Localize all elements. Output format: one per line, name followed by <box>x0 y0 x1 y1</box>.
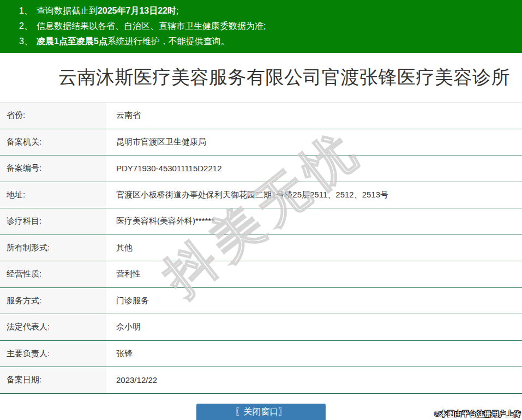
row-value: 2023/12/22 <box>106 367 522 393</box>
notice-number: 2、 <box>19 21 33 31</box>
row-label: 省份: <box>0 103 106 129</box>
table-row-province: 省份: 云南省 <box>0 103 522 129</box>
row-label: 主要负责人: <box>0 341 106 367</box>
row-value: 门诊服务 <box>106 288 522 314</box>
notice-number: 1、 <box>19 6 33 15</box>
row-value: 营利性 <box>106 261 522 287</box>
row-label: 地址: <box>0 182 106 208</box>
table-row-filing-authority: 备案机关: 昆明市官渡区卫生健康局 <box>0 129 522 156</box>
notice-line-2: 2、信息数据结果以各省、自治区、直辖市卫生健康委数据为准; <box>19 19 517 34</box>
notice-line-1: 1、查询数据截止到2025年7月13日22时; <box>19 3 517 19</box>
notice-text: 查询数据截止到 <box>37 6 98 15</box>
table-row-filing-date: 备案日期: 2023/12/22 <box>0 367 522 394</box>
row-value: 官渡区小板桥街道办事处保利天御花园二期1号楼25层2511、2512、2513号 <box>106 182 522 208</box>
notice-line-3: 3、凌晨1点至凌晨5点系统进行维护，不能提供查询。 <box>19 34 517 49</box>
row-label: 经营性质: <box>0 261 106 287</box>
table-row-operating-nature: 经营性质: 营利性 <box>0 261 522 288</box>
notice-text: ; <box>176 6 178 15</box>
row-label: 诊疗科目: <box>0 208 106 235</box>
title-section: 云南沐斯医疗美容服务有限公司官渡张锋医疗美容诊所 <box>0 53 522 102</box>
notice-text-bold: 2025年7月13日22时 <box>98 6 176 15</box>
row-label: 服务方式: <box>0 288 106 314</box>
row-label: 备案日期: <box>0 367 106 393</box>
table-row-principal: 主要负责人: 张锋 <box>0 341 522 368</box>
row-value: 云南省 <box>106 103 522 129</box>
row-value: 昆明市官渡区卫生健康局 <box>106 129 522 155</box>
table-row-service-mode: 服务方式: 门诊服务 <box>0 288 522 315</box>
notice-text-bold: 凌晨1点至凌晨5点 <box>37 37 107 46</box>
row-label: 法定代表人: <box>0 314 106 340</box>
notice-text: 系统进行维护，不能提供查询。 <box>107 37 230 46</box>
close-window-button[interactable]: 〖关闭窗口〗 <box>196 404 326 420</box>
notice-bar: 1、查询数据截止到2025年7月13日22时; 2、信息数据结果以各省、自治区、… <box>0 0 522 53</box>
table-row-departments: 诊疗科目: 医疗美容科(美容外科)****** <box>0 208 522 235</box>
record-table: 省份: 云南省 备案机关: 昆明市官渡区卫生健康局 备案编号: PDY71930… <box>0 102 522 394</box>
row-label: 所有制形式: <box>0 235 106 261</box>
row-value: 张锋 <box>106 341 522 367</box>
table-row-ownership-type: 所有制形式: 其他 <box>0 235 522 262</box>
notice-text: 信息数据结果以各省、自治区、直辖市卫生健康委数据为准; <box>37 21 266 31</box>
row-label: 备案机关: <box>0 129 106 155</box>
row-value: PDY71930-453011115D2212 <box>106 155 522 182</box>
notice-number: 3、 <box>19 37 33 46</box>
attribution-text: ©本图由平台注册用户上传 <box>434 409 521 419</box>
row-label: 备案编号: <box>0 155 106 182</box>
row-value: 佘小明 <box>106 314 522 340</box>
table-row-legal-representative: 法定代表人: 佘小明 <box>0 314 522 341</box>
page-title: 云南沐斯医疗美容服务有限公司官渡张锋医疗美容诊所 <box>58 65 510 90</box>
table-row-address: 地址: 官渡区小板桥街道办事处保利天御花园二期1号楼25层2511、2512、2… <box>0 182 522 209</box>
row-value: 医疗美容科(美容外科)****** <box>106 208 522 235</box>
table-row-filing-number: 备案编号: PDY71930-453011115D2212 <box>0 155 522 182</box>
row-value: 其他 <box>106 235 522 261</box>
